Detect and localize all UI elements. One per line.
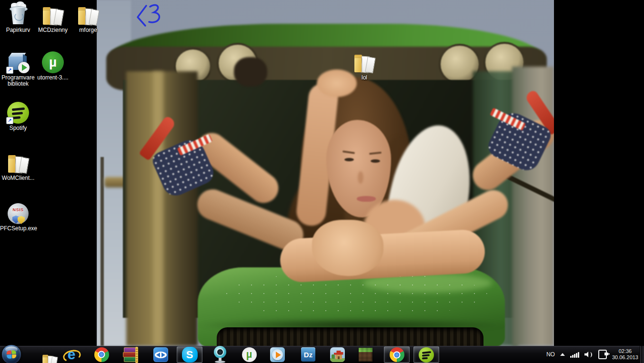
- desktop-icon-label: Papirkurv: [6, 27, 30, 33]
- desktop-icon-pfcsetup[interactable]: NSIS PFCSetup.exe: [0, 201, 36, 232]
- flag-shoe: [147, 114, 218, 195]
- safely-remove-hardware-icon[interactable]: [598, 350, 607, 359]
- show-desktop-button[interactable]: [640, 346, 644, 363]
- utorrent-icon: µ: [242, 347, 257, 362]
- recycle-bin-icon: [9, 3, 28, 26]
- taskbar-button-skype[interactable]: S: [177, 346, 202, 363]
- taskbar-button-chrome-pinned[interactable]: [89, 346, 114, 363]
- windows-flag-icon: [6, 350, 16, 359]
- winrar-books-icon: [122, 347, 138, 362]
- utorrent-glyph: µ: [49, 55, 57, 70]
- clock-date: 30.06.2013: [612, 354, 638, 361]
- folder-icon: [42, 7, 64, 26]
- internet-explorer-icon: e: [62, 346, 80, 363]
- flag-shoe: [485, 86, 554, 176]
- desktop-icon-programvare-bibliotek[interactable]: ↗ Programvare bibliotek: [0, 50, 36, 87]
- dz-icon: Dz: [301, 347, 315, 362]
- taskbar-button-winrar[interactable]: [117, 346, 143, 363]
- desktop-icon-label: utorrent-3....: [37, 75, 68, 81]
- grass-block-icon: [359, 348, 372, 362]
- taskbar-button-spotify[interactable]: [413, 346, 439, 363]
- desktop-icon-mcdzienny[interactable]: MCDzienny: [35, 3, 71, 33]
- nsis-glyph: NSIS: [8, 207, 29, 212]
- wallpaper-photo: lol: [97, 0, 554, 346]
- show-hidden-icons-icon[interactable]: [560, 353, 565, 356]
- language-indicator[interactable]: NO: [546, 351, 555, 358]
- girl-hand: [234, 57, 267, 87]
- skype-icon: S: [182, 347, 198, 363]
- pixel-house-icon: [330, 347, 345, 362]
- taskbar-button-utorrent[interactable]: µ: [236, 346, 262, 363]
- desktop-icon-spotify[interactable]: ↗ Spotify: [0, 101, 36, 131]
- desktop-icon-womclient[interactable]: WoMClient...: [0, 151, 36, 181]
- desktop-icon-label: WoMClient...: [2, 175, 34, 181]
- desktop-icon-label: mforge: [79, 27, 97, 33]
- taskbar: e S µ: [0, 346, 644, 363]
- media-player-icon: [270, 347, 285, 362]
- volume-icon[interactable]: [584, 351, 593, 358]
- spotify-icon: [419, 347, 434, 363]
- taskbar-button-manycam[interactable]: [207, 346, 233, 363]
- tractor-grille: [217, 327, 483, 346]
- software-library-icon: ↗: [7, 51, 29, 73]
- taskbar-clock[interactable]: 02:36 30.06.2013: [612, 348, 638, 361]
- taskbar-button-dz-app[interactable]: Dz: [295, 346, 321, 363]
- desktop-icon-papirkurv[interactable]: Papirkurv: [0, 3, 36, 33]
- folder-icon: [353, 54, 375, 73]
- girl-hand: [312, 220, 383, 276]
- utorrent-glyph: µ: [246, 348, 252, 361]
- desktop-icon-mforge[interactable]: mforge: [70, 3, 106, 33]
- desktop-icon-utorrent-installer[interactable]: µ utorrent-3....: [35, 50, 71, 81]
- shortcut-arrow-icon: ↗: [6, 117, 13, 124]
- desktop-icon-label: Programvare bibliotek: [0, 75, 36, 87]
- girl-face-detail: [358, 171, 363, 184]
- taskbar-button-internet-explorer[interactable]: e: [59, 346, 84, 363]
- taskbar-button-windows-media-player[interactable]: [264, 346, 290, 363]
- desktop-icon-lol[interactable]: lol: [350, 50, 379, 81]
- taskbar-button-minecraft-house-app[interactable]: [324, 346, 350, 363]
- girl-face-detail: [357, 196, 376, 202]
- spotify-icon: ↗: [7, 102, 29, 124]
- teamviewer-icon: [153, 347, 168, 362]
- nsis-installer-icon: NSIS: [8, 203, 29, 224]
- folder-icon: [77, 7, 99, 26]
- desktop-icon-label: Spotify: [10, 125, 27, 131]
- wallpaper-shape: [153, 71, 163, 346]
- system-tray: NO 02:36 30.06.2013: [546, 346, 638, 363]
- girl-face-detail: [371, 159, 380, 163]
- clock-time: 02:36: [612, 348, 638, 354]
- heart-drawing: [135, 2, 164, 31]
- taskbar-button-windows-explorer[interactable]: [29, 346, 55, 363]
- desktop-icon-label: PFCSetup.exe: [0, 226, 36, 232]
- chrome-icon: [390, 347, 404, 362]
- chrome-icon: [94, 347, 109, 362]
- folder-icon: [7, 155, 29, 174]
- taskbar-button-chrome-running[interactable]: [384, 346, 410, 363]
- webcam-icon: [213, 346, 227, 363]
- desktop-icon-label: lol: [362, 75, 367, 81]
- ie-swoosh: [62, 348, 82, 363]
- desktop-screen: lol Papirkurv MCDzienny mforge ↗ Program…: [0, 0, 644, 363]
- skype-glyph: S: [186, 349, 193, 361]
- taskbar-button-minecraft[interactable]: [352, 346, 378, 363]
- desktop-icon-label: MCDzienny: [38, 27, 68, 33]
- dz-glyph: Dz: [304, 351, 312, 359]
- girl-face-detail: [344, 158, 354, 161]
- wallpaper-shape: [101, 157, 104, 346]
- shortcut-arrow-icon: ↗: [6, 67, 13, 74]
- utorrent-icon: µ: [42, 51, 64, 73]
- shield-icon: [18, 216, 25, 224]
- start-button[interactable]: [2, 345, 21, 363]
- taskbar-button-teamviewer[interactable]: [148, 346, 173, 363]
- network-signal-icon[interactable]: [570, 351, 579, 358]
